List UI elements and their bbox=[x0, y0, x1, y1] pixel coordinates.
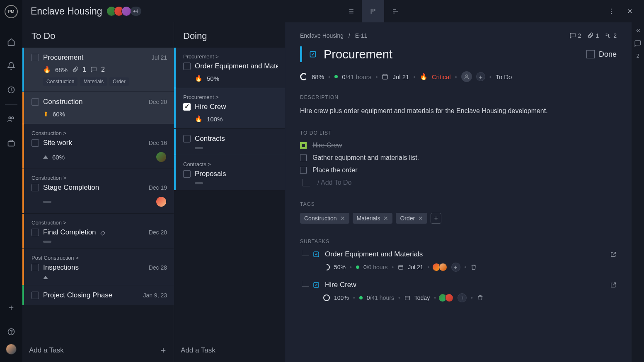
task-card[interactable]: Construction > Stage Completion Dec 19 bbox=[22, 169, 174, 213]
close-icon[interactable] bbox=[624, 5, 636, 17]
add-assignee-button[interactable]: + bbox=[476, 72, 485, 81]
more-menu-icon[interactable] bbox=[605, 5, 617, 17]
task-card[interactable]: Procurement > Hire Crew 100% bbox=[174, 88, 285, 128]
title-accent-bar bbox=[300, 46, 302, 62]
tag-chip[interactable]: Construction✕ bbox=[300, 213, 349, 224]
clock-icon[interactable] bbox=[7, 85, 16, 94]
topbar: Enclave Housing +4 bbox=[22, 0, 644, 22]
breadcrumb-id: E-11 bbox=[355, 32, 368, 39]
subtask-assignees[interactable] bbox=[440, 294, 453, 302]
status-label[interactable]: To Do bbox=[496, 73, 512, 80]
progress-ring-icon bbox=[323, 294, 330, 301]
briefcase-icon[interactable] bbox=[7, 139, 16, 148]
task-progress: 60% bbox=[53, 111, 65, 118]
members-overflow[interactable]: +4 bbox=[131, 7, 141, 16]
todo-item[interactable]: Gather equipment and materials list. bbox=[300, 154, 617, 162]
add-task-label: Add a Task bbox=[181, 346, 215, 355]
breadcrumb[interactable]: Enclave Housing / E-11 bbox=[300, 32, 367, 39]
task-card[interactable]: Procurement Jul 21 68% 1 2 Construction … bbox=[22, 48, 174, 92]
tag-chip[interactable]: Order✕ bbox=[396, 213, 427, 224]
bell-icon[interactable] bbox=[7, 61, 16, 70]
progress-bar bbox=[43, 201, 51, 203]
add-tag-button[interactable]: + bbox=[431, 213, 441, 224]
todo-checkbox[interactable] bbox=[300, 154, 307, 161]
milestone-icon: ◇ bbox=[100, 229, 105, 237]
task-checkbox[interactable] bbox=[183, 103, 191, 111]
todo-item[interactable]: Place the order bbox=[300, 167, 617, 174]
delete-subtask-icon[interactable] bbox=[470, 264, 477, 270]
user-avatar[interactable] bbox=[6, 344, 17, 355]
subtask-item[interactable]: Hire Crew 100% • 0/41 hours • Today • bbox=[300, 281, 617, 302]
todo-heading: TO DO LIST bbox=[300, 130, 617, 136]
add-task-button[interactable]: Add a Task bbox=[174, 339, 285, 362]
task-card[interactable]: Construction Dec 20 60% bbox=[22, 92, 174, 124]
assignee-placeholder[interactable] bbox=[461, 71, 472, 82]
task-date: Jan 9, 23 bbox=[143, 292, 167, 299]
description-text[interactable]: Hire crew plus order equipment and mater… bbox=[300, 106, 617, 116]
subtask-item[interactable]: Order Equipment and Materials 50% • 0/0 … bbox=[300, 250, 617, 272]
help-icon[interactable] bbox=[7, 327, 16, 336]
home-icon[interactable] bbox=[7, 37, 16, 46]
task-card[interactable]: Construction > Final Completion ◇ Dec 20 bbox=[22, 214, 174, 249]
open-external-icon[interactable] bbox=[610, 251, 617, 258]
board-view-tab[interactable] bbox=[362, 0, 384, 22]
task-card[interactable]: Contracts bbox=[174, 129, 285, 155]
task-parent: Procurement > bbox=[183, 94, 278, 100]
subtask-assignees[interactable] bbox=[434, 263, 447, 271]
task-progress: 100% bbox=[207, 116, 223, 123]
due-date[interactable]: Jul 21 bbox=[392, 73, 409, 80]
attachments-count[interactable]: 1 bbox=[587, 32, 599, 39]
list-view-tab[interactable] bbox=[339, 0, 362, 22]
subtask-date[interactable]: Today bbox=[414, 294, 430, 301]
todo-item[interactable]: Hire Crew bbox=[300, 142, 617, 149]
task-checkbox[interactable] bbox=[183, 170, 191, 178]
project-members[interactable]: +4 bbox=[109, 6, 141, 16]
task-checkbox[interactable] bbox=[31, 98, 39, 106]
assignee-avatar[interactable] bbox=[155, 151, 167, 163]
task-title: Procurement bbox=[43, 53, 83, 62]
add-task-button[interactable]: Add a Task bbox=[22, 339, 174, 362]
done-toggle[interactable]: Done bbox=[586, 50, 617, 59]
status-dot-icon bbox=[359, 296, 363, 299]
task-checkbox[interactable] bbox=[31, 229, 39, 236]
task-card[interactable]: Post Construction > Inspections Dec 28 bbox=[22, 249, 174, 285]
task-card[interactable]: Contracts > Proposals bbox=[174, 155, 285, 190]
task-checkbox[interactable] bbox=[31, 184, 39, 191]
add-todo-button[interactable]: / Add To Do bbox=[303, 179, 617, 186]
subtasks-count[interactable]: 2 bbox=[605, 32, 617, 39]
add-assignee-button[interactable]: + bbox=[451, 263, 460, 272]
app-logo[interactable]: PM bbox=[5, 5, 18, 18]
task-card[interactable]: Project Closing Phase Jan 9, 23 bbox=[22, 285, 174, 305]
assignee-avatar[interactable] bbox=[155, 196, 167, 208]
tag-chip[interactable]: Materials✕ bbox=[353, 213, 393, 224]
view-switcher bbox=[339, 0, 407, 22]
priority-label[interactable]: Critical bbox=[432, 73, 451, 80]
task-checkbox[interactable] bbox=[31, 264, 39, 271]
remove-tag-icon[interactable]: ✕ bbox=[340, 215, 345, 222]
people-icon[interactable] bbox=[7, 115, 16, 124]
add-assignee-button[interactable]: + bbox=[458, 293, 467, 302]
open-external-icon[interactable] bbox=[610, 282, 617, 288]
plus-icon[interactable] bbox=[7, 303, 16, 312]
done-checkbox[interactable] bbox=[586, 50, 595, 58]
remove-tag-icon[interactable]: ✕ bbox=[383, 215, 388, 222]
task-card[interactable]: Construction > Site work Dec 16 60% bbox=[22, 124, 174, 169]
gantt-view-tab[interactable] bbox=[384, 0, 407, 22]
todo-checkbox[interactable] bbox=[300, 167, 307, 174]
comments-count[interactable]: 2 bbox=[569, 32, 581, 39]
task-card[interactable]: Procurement > Order Equipment and Materi… bbox=[174, 48, 285, 88]
subtask-date[interactable]: Jul 21 bbox=[408, 264, 423, 270]
breadcrumb-project[interactable]: Enclave Housing bbox=[300, 32, 344, 39]
task-checkbox[interactable] bbox=[31, 139, 39, 147]
collapse-icon[interactable] bbox=[634, 27, 641, 34]
task-checkbox[interactable] bbox=[183, 135, 191, 142]
tree-connector-icon bbox=[302, 281, 309, 287]
task-checkbox[interactable] bbox=[183, 63, 191, 70]
comments-icon[interactable] bbox=[634, 40, 642, 47]
remove-tag-icon[interactable]: ✕ bbox=[418, 215, 423, 222]
task-checkbox[interactable] bbox=[31, 54, 39, 61]
detail-title[interactable]: Procurement bbox=[324, 48, 580, 61]
todo-checkbox[interactable] bbox=[300, 142, 307, 149]
task-checkbox[interactable] bbox=[31, 292, 39, 299]
delete-subtask-icon[interactable] bbox=[477, 294, 484, 301]
